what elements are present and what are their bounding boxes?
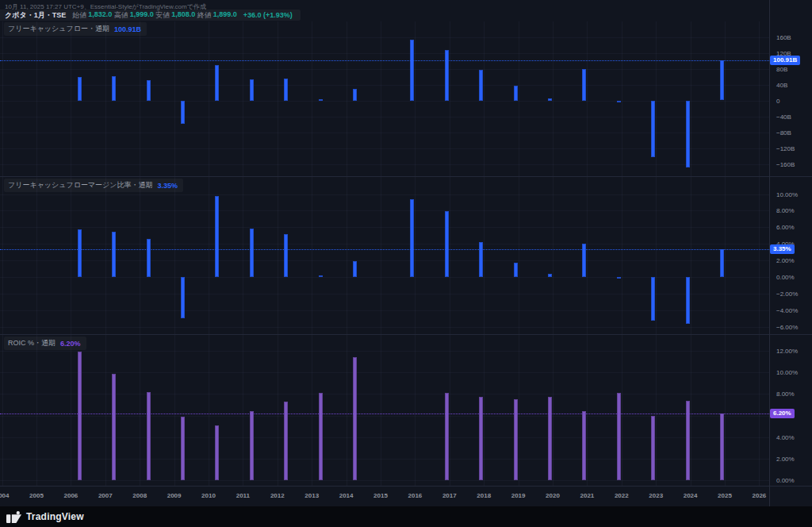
pane-divider[interactable] xyxy=(0,176,812,177)
x-axis-year-label: 2025 xyxy=(718,492,732,499)
x-axis-year-label: 2005 xyxy=(29,492,44,499)
x-axis-year-label: 2007 xyxy=(98,492,113,499)
pane-fcf-margin[interactable] xyxy=(0,176,769,334)
y-axis-tick-label: −120B xyxy=(776,144,795,152)
legend-value: 3.35% xyxy=(158,182,178,190)
x-axis-year-label: 2021 xyxy=(580,492,594,499)
y-axis-tick-label: 0.00% xyxy=(776,274,795,281)
current-value-line xyxy=(0,249,769,250)
y-axis-tick-label: 0.00% xyxy=(776,477,795,484)
x-axis-year-label: 2012 xyxy=(270,492,285,499)
legend-roic[interactable]: ROIC %・通期 6.20% xyxy=(4,337,86,350)
current-value-line xyxy=(0,60,769,61)
legend-fcf-margin[interactable]: フリーキャッシュフローマージン比率・通期 3.35% xyxy=(4,179,183,192)
x-axis-year-label: 2008 xyxy=(132,492,147,499)
legend-free-cash-flow[interactable]: フリーキャッシュフロー・通期 100.91B xyxy=(4,22,147,36)
x-axis-year-label: 2013 xyxy=(304,492,319,499)
x-axis-year-label: 2015 xyxy=(373,492,388,499)
y-axis-tick-label: 10.00% xyxy=(776,190,798,198)
y-axis-tick-label: −80B xyxy=(776,129,791,136)
tradingview-chart-window: 10月 11, 2025 17:27 UTC+9、Essential-Style… xyxy=(0,0,812,527)
x-axis-year-label: 2014 xyxy=(339,492,354,499)
x-axis-year-label: 2010 xyxy=(201,492,216,499)
tradingview-logo-icon[interactable] xyxy=(6,511,21,523)
x-axis-year-label: 2023 xyxy=(649,492,663,499)
time-axis-divider xyxy=(0,486,812,487)
x-axis-year-label: 2009 xyxy=(167,492,182,499)
x-axis-year-label: 2018 xyxy=(477,492,491,499)
x-axis-year-label: 2026 xyxy=(752,492,766,499)
current-value-badge: 3.35% xyxy=(770,244,795,254)
legend-value: 6.20% xyxy=(60,340,81,348)
x-axis-year-label: 2020 xyxy=(546,492,560,499)
current-value-line xyxy=(0,414,769,414)
legend-title: フリーキャッシュフロー・通期 xyxy=(8,24,109,34)
x-axis-year-label: 2019 xyxy=(511,492,526,499)
legend-title: フリーキャッシュフローマージン比率・通期 xyxy=(8,180,153,190)
y-axis-tick-label: −160B xyxy=(776,160,795,167)
legend-title: ROIC %・通期 xyxy=(8,338,56,348)
current-value-badge: 6.20% xyxy=(770,409,795,418)
x-axis-year-label: 2016 xyxy=(408,492,422,499)
y-axis-tick-label: 10.00% xyxy=(776,369,798,376)
brand-wordmark[interactable]: TradingView xyxy=(26,511,84,522)
y-axis-tick-label: −6.00% xyxy=(776,323,798,330)
y-axis-tick-label: 12.00% xyxy=(776,348,798,355)
pane-roic[interactable] xyxy=(0,334,769,486)
x-axis-year-label: 2024 xyxy=(684,492,698,499)
bottom-brand-bar: TradingView xyxy=(0,506,812,527)
legend-value: 100.91B xyxy=(114,25,141,33)
x-axis-year-label: 2004 xyxy=(0,492,9,499)
y-axis-tick-label: −40B xyxy=(776,113,791,120)
pane-divider[interactable] xyxy=(0,334,812,335)
y-axis-tick-label: 0 xyxy=(776,97,779,104)
y-axis-tick-label: 2.00% xyxy=(776,455,795,462)
y-axis-tick-label: 8.00% xyxy=(776,207,795,214)
y-axis-tick-label: 6.00% xyxy=(776,224,795,231)
pane-free-cash-flow[interactable] xyxy=(0,21,769,176)
x-axis-year-label: 2022 xyxy=(615,492,629,499)
x-axis-year-label: 2011 xyxy=(236,492,250,499)
y-axis-tick-label: 2.00% xyxy=(776,257,795,264)
x-axis-year-label: 2017 xyxy=(442,492,457,499)
y-axis-tick-label: 160B xyxy=(776,33,791,40)
y-axis-tick-label: 8.00% xyxy=(776,390,795,398)
y-axis-tick-label: 4.00% xyxy=(776,433,795,440)
y-axis-tick-label: −4.00% xyxy=(776,306,798,314)
y-axis-tick-label: 80B xyxy=(776,65,787,72)
y-axis-tick-label: −2.00% xyxy=(776,290,798,297)
x-axis-year-label: 2006 xyxy=(63,492,78,499)
current-value-badge: 100.91B xyxy=(770,56,800,65)
y-axis-tick-label: 40B xyxy=(776,81,787,88)
